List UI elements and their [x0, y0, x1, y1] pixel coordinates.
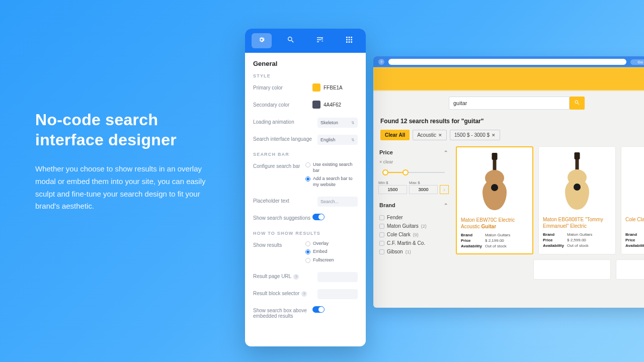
- panel-heading: General: [253, 60, 358, 67]
- sliders-icon: [316, 36, 324, 46]
- carousel-item[interactable]: Since 1989: [616, 259, 644, 280]
- result-url-label: Result page URL?: [253, 272, 317, 280]
- carousel-item[interactable]: [533, 259, 611, 280]
- marketing-title: No-code search interface designer: [35, 110, 206, 150]
- brand-checkbox[interactable]: Gibson (1): [378, 247, 449, 256]
- product-card[interactable]: Maton EBW70C Electric Acoustic GuitarBra…: [456, 146, 533, 254]
- language-label: Search interface language: [253, 135, 317, 142]
- product-card[interactable]: Cole Clark Angel 2 AuditoriumBrandPriceA…: [621, 146, 644, 254]
- grid-icon: [345, 36, 353, 46]
- result-url-input[interactable]: [317, 272, 358, 282]
- brand-checkbox[interactable]: Cole Clark (9): [378, 230, 449, 239]
- min-input[interactable]: 1500: [378, 185, 407, 194]
- secondary-color-hex: 4A4F62: [324, 102, 341, 108]
- show-results-embed[interactable]: Embed: [305, 249, 358, 255]
- designer-panel: General STYLE Primary color FFBE1A Secon…: [245, 29, 366, 346]
- panel-tabs: [245, 29, 366, 53]
- browser-bar: ? Go: [373, 56, 644, 67]
- section-searchbar: SEARCH BAR: [253, 152, 358, 157]
- checkbox-icon: [379, 224, 384, 229]
- primary-color-label: Primary color: [253, 83, 312, 90]
- max-input[interactable]: 3000: [409, 185, 438, 194]
- product-title: Maton EBW70C Electric Acoustic Guitar: [461, 217, 528, 230]
- placeholder-input[interactable]: Search...: [317, 197, 358, 207]
- preview-window: ? Go guitar Found 12 search results for …: [373, 56, 644, 308]
- chip-acoustic[interactable]: Acoustic✕: [413, 130, 447, 140]
- help-icon[interactable]: ?: [301, 291, 307, 297]
- configure-label: Configure search bar: [253, 162, 305, 169]
- range-apply-button[interactable]: ›: [440, 185, 449, 194]
- min-label: Min $: [378, 180, 407, 185]
- facet-price-clear[interactable]: × clear: [378, 158, 449, 165]
- facet-price-header[interactable]: Price⌃: [378, 146, 449, 158]
- placeholder-label: Placeholder text: [253, 197, 317, 204]
- panel-body: General STYLE Primary color FFBE1A Secon…: [245, 53, 366, 346]
- price-slider[interactable]: [379, 167, 448, 177]
- chip-clear-all[interactable]: Clear All: [380, 130, 410, 140]
- product-thumb: [543, 152, 611, 212]
- section-results: HOW TO SHOW RESULTS: [253, 231, 358, 236]
- configure-opt-add[interactable]: Add a search bar to my website: [305, 176, 358, 188]
- brand-checkbox[interactable]: C.F. Martin & Co.: [378, 239, 449, 247]
- section-style: STYLE: [253, 73, 358, 78]
- language-value: English: [320, 137, 336, 142]
- show-box-above-toggle[interactable]: [312, 306, 325, 313]
- show-results-fullscreen[interactable]: Fullscreen: [305, 257, 358, 263]
- checkbox-icon: [379, 232, 384, 237]
- close-icon[interactable]: ✕: [492, 133, 496, 138]
- search-icon: [574, 99, 580, 108]
- go-button[interactable]: Go: [630, 59, 644, 65]
- chip-price-range[interactable]: 1500 $ - 3000 $✕: [450, 130, 500, 140]
- language-select[interactable]: English⇅: [317, 135, 358, 145]
- results-header: Found 12 search results for "guitar": [378, 118, 644, 130]
- secondary-color-label: Secondary color: [253, 101, 312, 108]
- result-block-input[interactable]: [317, 289, 358, 299]
- tab-general[interactable]: [252, 33, 272, 48]
- tab-search[interactable]: [281, 33, 301, 48]
- product-card[interactable]: Maton EBG808TE "Tommy Emmanuel" Electric…: [538, 146, 616, 254]
- result-block-label: Result block selector?: [253, 289, 317, 297]
- show-results-overlay[interactable]: Overlay: [305, 241, 358, 247]
- loading-anim-label: Loading animation: [253, 118, 317, 125]
- secondary-color-swatch[interactable]: [312, 101, 320, 109]
- product-title: Cole Clark Angel 2 Auditorium: [625, 216, 644, 229]
- loading-anim-value: Skeleton: [320, 120, 338, 125]
- show-box-above-label: Show search box above embedded results: [253, 306, 312, 319]
- checkbox-icon: [379, 215, 384, 220]
- checkbox-icon: [379, 241, 384, 246]
- site-header: [373, 67, 644, 90]
- facet-brand-header[interactable]: Brand⌃: [378, 199, 449, 211]
- tab-grid[interactable]: [339, 33, 359, 48]
- facets-sidebar: Price⌃ × clear Min $1500 Max $3000 › Bra…: [378, 146, 449, 280]
- search-icon: [287, 36, 295, 46]
- site-search-button[interactable]: [570, 97, 585, 110]
- chevron-up-icon: ⌃: [444, 150, 448, 155]
- product-thumb: [461, 152, 528, 213]
- site-search-input[interactable]: guitar: [449, 97, 570, 110]
- help-icon[interactable]: ?: [378, 59, 384, 65]
- tab-filters[interactable]: [310, 33, 330, 48]
- close-icon[interactable]: ✕: [438, 133, 442, 138]
- brand-checkbox[interactable]: Fender: [378, 213, 449, 222]
- help-icon[interactable]: ?: [293, 274, 299, 280]
- primary-color-hex: FFBE1A: [324, 85, 343, 90]
- marketing-body: Whether you choose to show results in an…: [35, 163, 206, 213]
- suggestions-label: Show search suggestions: [253, 214, 312, 221]
- suggestions-toggle[interactable]: [312, 214, 325, 220]
- loading-anim-select[interactable]: Skeleton⇅: [317, 118, 358, 128]
- max-label: Max $: [409, 180, 438, 185]
- address-bar[interactable]: [388, 59, 626, 65]
- product-title: Maton EBG808TE "Tommy Emmanuel" Electric: [543, 216, 611, 229]
- marketing-copy: No-code search interface designer Whethe…: [35, 110, 206, 213]
- chevron-up-icon: ⌃: [444, 203, 448, 208]
- checkbox-icon: [379, 249, 384, 254]
- primary-color-swatch[interactable]: [312, 83, 320, 92]
- configure-opt-existing[interactable]: Use existing search bar: [305, 162, 358, 173]
- product-thumb: [625, 152, 644, 212]
- show-results-label: Show results: [253, 241, 305, 248]
- gear-icon: [258, 36, 266, 46]
- brand-checkbox[interactable]: Maton Guitars (2): [378, 222, 449, 230]
